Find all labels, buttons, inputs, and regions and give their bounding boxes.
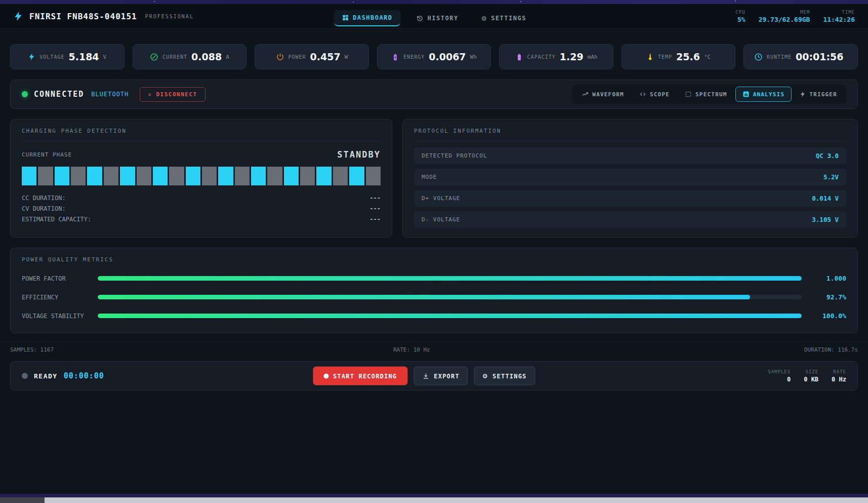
- starfield-strip: [0, 0, 868, 4]
- row-value: ---: [369, 205, 381, 212]
- phase-segment: [137, 167, 151, 185]
- cpu-stat: CPU 5%: [735, 10, 745, 23]
- export-button[interactable]: EXPORT: [414, 367, 468, 385]
- main-nav: DASHBOARD HISTORY ⚙ SETTINGS: [334, 10, 534, 26]
- phase-segment: [235, 167, 250, 185]
- start-recording-button[interactable]: START RECORDING: [313, 367, 407, 385]
- quality-row: VOLTAGE STABILITY 100.0%: [22, 312, 846, 320]
- stat-value: 0 Hz: [832, 376, 846, 383]
- status-strip: SAMPLES: 1167 RATE: 10 Hz DURATION: 116.…: [0, 341, 868, 353]
- protocol-row: DETECTED PROTOCOL QC 3.0: [414, 147, 846, 164]
- phase-segment: [38, 167, 53, 185]
- star-dot: [353, 2, 354, 3]
- disconnect-button[interactable]: ✕ DISCONNECT: [140, 87, 205, 102]
- tab-settings[interactable]: ⚙ SETTINGS: [474, 11, 534, 26]
- close-icon: ✕: [148, 91, 152, 98]
- view-tab-label: ANALYSIS: [753, 91, 785, 98]
- duration-status: DURATION: 116.7s: [804, 346, 858, 353]
- recorder-timer: 00:00:00: [64, 371, 104, 380]
- quality-row: POWER FACTOR 1.000: [22, 275, 846, 282]
- grid-icon: [342, 14, 349, 21]
- star-dot: [520, 1, 521, 2]
- phase-segment: [284, 167, 299, 185]
- phase-segment: [316, 167, 331, 185]
- metric-label: TEMP: [658, 54, 672, 60]
- phase-segment: [218, 167, 233, 185]
- panel-title: CHARGING PHASE DETECTION: [11, 120, 392, 141]
- charging-rows: CC DURATION: --- CV DURATION: ---: [22, 192, 381, 224]
- recorder-settings-button[interactable]: ⚙ SETTINGS: [474, 367, 535, 385]
- metric-label: VOLTAGE: [39, 54, 64, 60]
- gear-icon: ⚙: [482, 15, 487, 22]
- samples-status: SAMPLES: 1167: [10, 346, 54, 353]
- row-value: QC 3.0: [816, 152, 839, 160]
- settings-label: SETTINGS: [492, 372, 526, 379]
- phase-segment: [71, 167, 86, 185]
- tab-dashboard[interactable]: DASHBOARD: [334, 10, 401, 26]
- view-tab-waveform[interactable]: WAVEFORM: [574, 87, 631, 102]
- metric-unit: Wh: [470, 54, 477, 60]
- panel-title: PROTOCOL INFORMATION: [403, 120, 857, 141]
- metric-unit: A: [226, 54, 229, 60]
- protocol-info-panel: PROTOCOL INFORMATION DETECTED PROTOCOL Q…: [402, 119, 858, 238]
- row-value: ---: [369, 195, 381, 202]
- metric-label: RUNTIME: [767, 54, 792, 60]
- metric-unit: mAh: [588, 54, 598, 60]
- quality-rows: POWER FACTOR 1.000 EFFICIENCY: [11, 269, 857, 333]
- tab-label: HISTORY: [428, 15, 459, 22]
- star-dot: [735, 1, 736, 2]
- current-icon: [150, 53, 158, 61]
- connection-status: CONNECTED: [34, 90, 84, 99]
- phase-segment: [120, 167, 135, 185]
- metric-card-runtime: RUNTIME 00:01:56: [743, 44, 858, 69]
- panel-title: POWER QUALITY METRICS: [11, 248, 857, 269]
- phase-segment: [300, 167, 315, 185]
- row-label: D+ VOLTAGE: [422, 195, 460, 202]
- view-tab-spectrum[interactable]: SPECTRUM: [678, 87, 734, 102]
- stat-label: SIZE: [805, 369, 818, 374]
- row-value: 92.7%: [815, 293, 846, 301]
- recorder-stats: SAMPLES 0 SIZE 0 KB RATE 0 Hz: [768, 369, 846, 383]
- bar-chart-icon: [742, 91, 750, 98]
- current-phase-row: CURRENT PHASE STANDBY: [22, 149, 381, 160]
- view-tab-scope[interactable]: SCOPE: [632, 87, 677, 102]
- tab-history[interactable]: HISTORY: [408, 11, 467, 26]
- download-icon: [422, 372, 429, 379]
- main-content: VOLTAGE 5.184 V CURRENT 0.088 A PO: [0, 44, 868, 391]
- row-label: D- VOLTAGE: [422, 216, 460, 223]
- metric-card-current: CURRENT 0.088 A: [133, 44, 247, 69]
- phase-segment: [333, 167, 348, 185]
- app-window: FNIRSI FNB48S-040151 PROFESSIONAL DASHBO…: [0, 4, 868, 494]
- export-label: EXPORT: [434, 372, 460, 379]
- page-background: FNIRSI FNB48S-040151 PROFESSIONAL DASHBO…: [0, 0, 868, 503]
- metric-card-temp: TEMP 25.6 °C: [622, 44, 736, 69]
- app-subtitle: PROFESSIONAL: [145, 14, 194, 19]
- gear-icon: ⚙: [483, 372, 488, 380]
- protocol-row: D+ VOLTAGE 0.014 V: [414, 190, 846, 207]
- record-dot-icon: [323, 373, 328, 378]
- row-label: DETECTED PROTOCOL: [422, 152, 487, 159]
- charging-row: CC DURATION: ---: [22, 192, 381, 203]
- stat-label: RATE: [833, 369, 846, 374]
- metric-card-voltage: VOLTAGE 5.184 V: [10, 44, 125, 69]
- view-tab-trigger[interactable]: TRIGGER: [793, 87, 844, 102]
- row-label: VOLTAGE STABILITY: [22, 313, 98, 320]
- protocol-row: MODE 5.2V: [414, 169, 846, 185]
- metric-label: CAPACITY: [527, 54, 556, 60]
- phase-segment: [22, 167, 36, 185]
- metric-value: 5.184: [68, 51, 99, 62]
- clock-icon: [754, 53, 763, 61]
- progress-track: [98, 295, 802, 299]
- row-value: 3.105 V: [812, 216, 839, 223]
- start-recording-label: START RECORDING: [333, 372, 397, 379]
- dashed-frame-icon: [685, 91, 692, 98]
- charging-body: CURRENT PHASE STANDBY CC DURATION: ---: [11, 141, 392, 235]
- row-value: 5.2V: [823, 173, 839, 181]
- horizontal-scrollbar[interactable]: [0, 497, 868, 503]
- phase-segment: [267, 167, 282, 185]
- view-tab-analysis[interactable]: ANALYSIS: [735, 87, 792, 102]
- scrollbar-thumb[interactable]: [0, 497, 45, 503]
- time-stat: TIME 11:42:26: [823, 10, 855, 23]
- charging-phase-panel: CHARGING PHASE DETECTION CURRENT PHASE S…: [10, 119, 392, 238]
- row-value: 1.000: [815, 275, 846, 282]
